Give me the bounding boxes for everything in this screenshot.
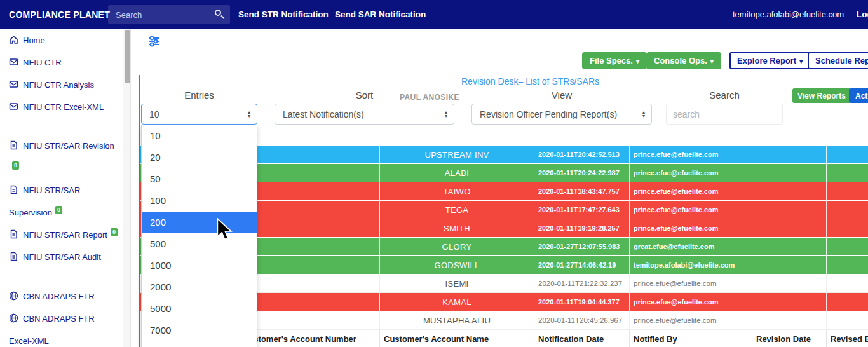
actions-button[interactable]: Action(s) bbox=[849, 88, 868, 103]
row-cell-notification-date: 2020-01-11T19:19:28.257 bbox=[534, 219, 629, 237]
sidebar-item-label: CBN ADRAPS FTR Excel-XML bbox=[9, 314, 95, 346]
sidebar-item-nfiu-str-sar-audit[interactable]: NFIU STR/SAR Audit bbox=[0, 246, 123, 268]
footer-header-notification-date: Notification Date bbox=[534, 330, 629, 347]
row-cell-account-number bbox=[238, 311, 379, 329]
row-cell-account-number bbox=[238, 182, 379, 200]
row-cell-notification-date: 2020-01-27T12:07:55.983 bbox=[534, 238, 629, 255]
row-cell-notification-date: 2020-01-11T21:22:32.237 bbox=[534, 275, 629, 292]
row-cell-account-number bbox=[238, 164, 379, 182]
explore-report-label: Explore Report bbox=[737, 56, 796, 65]
sidebar-scrollbar-thumb[interactable] bbox=[125, 30, 130, 83]
row-cell-revised-by bbox=[826, 238, 868, 255]
entries-option-2000[interactable]: 2000 bbox=[142, 276, 257, 298]
row-cell-account-number bbox=[238, 238, 379, 255]
view-select[interactable]: Revision Officer Pending Report(s)▴▾ bbox=[471, 104, 652, 125]
footer-header-revised-by: Revised By bbox=[826, 330, 868, 347]
sidebar-item-nfiu-str-sar-report[interactable]: NFIU STR/SAR Report0 bbox=[0, 224, 123, 246]
row-cell-revised-by bbox=[826, 275, 868, 292]
sidebar-item-nfiu-ctr-excel-xml[interactable]: NFIU CTR Excel-XML bbox=[0, 96, 123, 118]
sidebar-item-cbn-adraps-ftr[interactable]: CBN ADRAPS FTR bbox=[0, 285, 123, 308]
filter-tune-icon[interactable] bbox=[148, 36, 159, 47]
notification-badge: 0 bbox=[55, 206, 62, 214]
entries-option-50[interactable]: 50 bbox=[142, 168, 257, 190]
sidebar-item-label: CBN ADRAPS FTR bbox=[23, 292, 95, 301]
navbar-search-input[interactable] bbox=[108, 5, 230, 24]
row-cell-revision-date bbox=[752, 201, 826, 219]
file-specs-button[interactable]: File Specs.▾ bbox=[582, 52, 647, 69]
mail-icon bbox=[9, 97, 18, 107]
entries-option-10[interactable]: 10 bbox=[142, 125, 257, 147]
sidebar-item-home[interactable]: Home bbox=[0, 29, 123, 51]
entries-option-7000[interactable]: 7000 bbox=[142, 320, 257, 341]
table-search-input[interactable] bbox=[666, 104, 783, 125]
row-cell-account-name: SMITH bbox=[379, 219, 534, 237]
row-cell-account-name: GODSWILL bbox=[379, 256, 534, 274]
nav-link-send-str[interactable]: Send STR Notification bbox=[238, 0, 329, 29]
row-cell-notified-by: prince.efue@efuelite.com bbox=[629, 275, 752, 292]
schedule-report-label: Schedule Report bbox=[815, 56, 868, 65]
row-cell-revision-date bbox=[752, 182, 826, 200]
entries-option-100[interactable]: 100 bbox=[142, 190, 257, 212]
sidebar-item-cbn-adraps-ftr-excel-xml[interactable]: CBN ADRAPS FTR Excel-XML bbox=[0, 308, 123, 347]
notification-badge: 0 bbox=[111, 228, 118, 236]
row-cell-account-number bbox=[238, 201, 379, 219]
row-cell-notification-date: 2020-01-11T20:24:22.987 bbox=[534, 164, 629, 182]
brand-logo[interactable]: COMPLIANCE PLANET bbox=[9, 0, 110, 29]
schedule-report-button[interactable]: Schedule Report bbox=[808, 52, 868, 69]
select-arrows-icon: ▴▾ bbox=[248, 111, 250, 118]
row-cell-account-name: TEGA bbox=[379, 201, 534, 219]
sidebar-scrollbar[interactable] bbox=[123, 29, 131, 347]
console-ops-button[interactable]: Console Ops.▾ bbox=[646, 52, 721, 69]
nav-link-send-sar[interactable]: Send SAR Notification bbox=[335, 0, 426, 29]
row-cell-account-name: UPSTREAM INV bbox=[379, 146, 534, 163]
row-cell-account-name: GLORY bbox=[379, 238, 534, 255]
sidebar-item-label: NFIU STR/SAR Report bbox=[23, 230, 107, 240]
entries-label: Entries bbox=[141, 90, 257, 100]
entries-dropdown: 10 20 50 100 200 500 1000 2000 5000 7000 bbox=[141, 125, 257, 347]
footer-header-account-number: Customer's Account Number bbox=[238, 330, 379, 347]
globe-icon bbox=[9, 309, 18, 318]
sort-select[interactable]: Latest Notification(s)▴▾ bbox=[275, 104, 454, 125]
view-label: View bbox=[471, 90, 652, 100]
footer-header-account-name: Customer's Account Name bbox=[379, 330, 534, 347]
row-cell-notified-by: prince.efue@efuelite.com bbox=[629, 164, 752, 182]
mouse-cursor-icon bbox=[216, 218, 233, 245]
console-ops-label: Console Ops. bbox=[654, 56, 707, 65]
user-email[interactable]: temitope.afolabi@efuelite.com bbox=[733, 0, 844, 29]
entries-option-1000[interactable]: 1000 bbox=[142, 255, 257, 276]
row-cell-account-name: MUSTAPHA ALIU bbox=[379, 311, 534, 329]
sidebar-item-nfiu-str-sar-revision[interactable]: NFIU STR/SAR Revision0 bbox=[0, 135, 123, 179]
row-cell-notified-by: prince.efue@efuelite.com bbox=[629, 219, 752, 237]
sidebar-item-nfiu-ctr-analysis[interactable]: NFIU CTR Analysis bbox=[0, 74, 123, 96]
row-cell-account-number bbox=[238, 256, 379, 274]
search-icon[interactable] bbox=[215, 10, 225, 20]
view-reports-button[interactable]: View Reports bbox=[792, 88, 851, 103]
row-cell-revision-date bbox=[752, 275, 826, 292]
entries-select[interactable]: 10▴▾ bbox=[141, 104, 257, 125]
row-cell-revised-by bbox=[826, 201, 868, 219]
sidebar-item-nfiu-str-sar-supervision[interactable]: NFIU STR/SAR Supervision0 bbox=[0, 179, 123, 224]
footer-header-revision-date: Revision Date bbox=[752, 330, 826, 347]
explore-report-button[interactable]: Explore Report▾ bbox=[729, 52, 810, 69]
sidebar-item-label: NFIU STR/SAR Supervision bbox=[9, 186, 80, 217]
row-cell-notified-by: prince.efue@efuelite.com bbox=[629, 311, 752, 329]
row-cell-revised-by bbox=[826, 256, 868, 274]
sidebar-item-nfiu-ctr[interactable]: NFIU CTR bbox=[0, 51, 123, 74]
entries-option-200[interactable]: 200 bbox=[142, 212, 257, 233]
row-cell-notification-date: 2020-01-11T20:42:52.513 bbox=[534, 146, 629, 163]
row-cell-notified-by: prince.efue@efuelite.com bbox=[629, 201, 752, 219]
row-cell-revision-date bbox=[752, 238, 826, 255]
select-arrows-icon: ▴▾ bbox=[445, 111, 447, 118]
entries-option-5000[interactable]: 5000 bbox=[142, 298, 257, 320]
entries-option-500[interactable]: 500 bbox=[142, 233, 257, 255]
file-specs-label: File Specs. bbox=[590, 56, 633, 65]
row-cell-revised-by bbox=[826, 311, 868, 329]
row-cell-notification-date: 2020-01-11T17:47:27.643 bbox=[534, 201, 629, 219]
entries-option-20[interactable]: 20 bbox=[142, 147, 257, 168]
file-icon bbox=[9, 247, 18, 257]
view-select-value: Revision Officer Pending Report(s) bbox=[480, 109, 617, 119]
row-cell-notification-date: 2020-01-11T20:45:26.967 bbox=[534, 311, 629, 329]
logout-link[interactable]: Logout bbox=[857, 0, 868, 29]
sidebar-item-label: NFIU CTR bbox=[23, 58, 62, 67]
row-cell-revision-date bbox=[752, 293, 826, 311]
